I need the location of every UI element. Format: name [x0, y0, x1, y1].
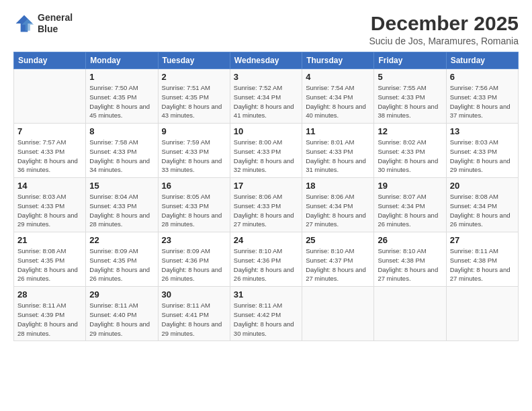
- day-info: Sunrise: 8:03 AM Sunset: 4:33 PM Dayligh…: [17, 192, 82, 229]
- calendar-cell: 14Sunrise: 8:03 AM Sunset: 4:33 PM Dayli…: [14, 178, 86, 232]
- col-thursday: Thursday: [302, 52, 374, 69]
- day-info: Sunrise: 7:57 AM Sunset: 4:33 PM Dayligh…: [17, 138, 82, 175]
- day-info: Sunrise: 8:09 AM Sunset: 4:36 PM Dayligh…: [162, 246, 226, 283]
- day-number: 2: [162, 72, 226, 82]
- day-info: Sunrise: 8:08 AM Sunset: 4:34 PM Dayligh…: [450, 192, 515, 229]
- calendar-title: December 2025: [369, 12, 519, 34]
- day-number: 29: [89, 289, 154, 300]
- calendar-cell: 17Sunrise: 8:06 AM Sunset: 4:33 PM Dayli…: [230, 178, 302, 232]
- day-number: 7: [17, 126, 82, 136]
- calendar-cell: 9Sunrise: 7:59 AM Sunset: 4:33 PM Daylig…: [158, 124, 230, 178]
- day-number: 11: [306, 126, 370, 136]
- day-number: 10: [234, 126, 298, 136]
- calendar-cell: 27Sunrise: 8:11 AM Sunset: 4:38 PM Dayli…: [446, 232, 518, 287]
- day-info: Sunrise: 8:11 AM Sunset: 4:39 PM Dayligh…: [17, 301, 82, 338]
- calendar-cell: 19Sunrise: 8:07 AM Sunset: 4:34 PM Dayli…: [374, 178, 446, 232]
- day-number: 27: [450, 235, 515, 245]
- calendar-cell: 4Sunrise: 7:54 AM Sunset: 4:34 PM Daylig…: [302, 69, 374, 124]
- calendar-cell: [14, 69, 86, 124]
- day-info: Sunrise: 8:09 AM Sunset: 4:35 PM Dayligh…: [89, 246, 154, 283]
- logo: General Blue: [13, 12, 73, 35]
- day-number: 1: [89, 72, 154, 82]
- day-info: Sunrise: 7:58 AM Sunset: 4:33 PM Dayligh…: [89, 138, 154, 175]
- col-wednesday: Wednesday: [230, 52, 302, 69]
- calendar-cell: [446, 287, 518, 341]
- calendar-header: Sunday Monday Tuesday Wednesday Thursday…: [14, 52, 519, 69]
- week-row: 1Sunrise: 7:50 AM Sunset: 4:35 PM Daylig…: [14, 69, 519, 124]
- day-number: 3: [234, 72, 298, 82]
- day-info: Sunrise: 8:11 AM Sunset: 4:41 PM Dayligh…: [162, 301, 226, 338]
- calendar-cell: 10Sunrise: 8:00 AM Sunset: 4:33 PM Dayli…: [230, 124, 302, 178]
- calendar-body: 1Sunrise: 7:50 AM Sunset: 4:35 PM Daylig…: [14, 69, 519, 341]
- day-info: Sunrise: 8:10 AM Sunset: 4:38 PM Dayligh…: [378, 246, 442, 283]
- day-info: Sunrise: 8:10 AM Sunset: 4:37 PM Dayligh…: [306, 246, 370, 283]
- day-number: 23: [162, 235, 226, 245]
- day-info: Sunrise: 8:08 AM Sunset: 4:35 PM Dayligh…: [17, 246, 82, 283]
- day-number: 12: [378, 126, 442, 136]
- day-info: Sunrise: 7:54 AM Sunset: 4:34 PM Dayligh…: [306, 83, 370, 120]
- calendar-cell: 16Sunrise: 8:05 AM Sunset: 4:33 PM Dayli…: [158, 178, 230, 232]
- header: General Blue December 2025 Suciu de Jos,…: [13, 12, 519, 46]
- day-info: Sunrise: 8:00 AM Sunset: 4:33 PM Dayligh…: [234, 138, 298, 175]
- day-number: 30: [162, 289, 226, 300]
- calendar-cell: 3Sunrise: 7:52 AM Sunset: 4:34 PM Daylig…: [230, 69, 302, 124]
- calendar-cell: 2Sunrise: 7:51 AM Sunset: 4:35 PM Daylig…: [158, 69, 230, 124]
- calendar-subtitle: Suciu de Jos, Maramures, Romania: [369, 36, 519, 46]
- calendar-cell: 25Sunrise: 8:10 AM Sunset: 4:37 PM Dayli…: [302, 232, 374, 287]
- day-info: Sunrise: 8:01 AM Sunset: 4:33 PM Dayligh…: [306, 138, 370, 175]
- day-number: 20: [450, 181, 515, 191]
- day-number: 26: [378, 235, 442, 245]
- week-row: 28Sunrise: 8:11 AM Sunset: 4:39 PM Dayli…: [14, 287, 519, 341]
- week-row: 7Sunrise: 7:57 AM Sunset: 4:33 PM Daylig…: [14, 124, 519, 178]
- calendar-cell: 8Sunrise: 7:58 AM Sunset: 4:33 PM Daylig…: [86, 124, 158, 178]
- day-info: Sunrise: 8:11 AM Sunset: 4:38 PM Dayligh…: [450, 246, 515, 283]
- calendar-cell: 26Sunrise: 8:10 AM Sunset: 4:38 PM Dayli…: [374, 232, 446, 287]
- day-info: Sunrise: 8:06 AM Sunset: 4:33 PM Dayligh…: [234, 192, 298, 229]
- day-number: 15: [89, 181, 154, 191]
- calendar-cell: 13Sunrise: 8:03 AM Sunset: 4:33 PM Dayli…: [446, 124, 518, 178]
- day-info: Sunrise: 7:59 AM Sunset: 4:33 PM Dayligh…: [162, 138, 226, 175]
- calendar-cell: 5Sunrise: 7:55 AM Sunset: 4:33 PM Daylig…: [374, 69, 446, 124]
- title-block: December 2025 Suciu de Jos, Maramures, R…: [369, 12, 519, 46]
- day-number: 4: [306, 72, 370, 82]
- day-number: 21: [17, 235, 82, 245]
- logo-icon: [13, 13, 35, 34]
- day-info: Sunrise: 8:03 AM Sunset: 4:33 PM Dayligh…: [450, 138, 515, 175]
- week-row: 14Sunrise: 8:03 AM Sunset: 4:33 PM Dayli…: [14, 178, 519, 232]
- logo-text: General Blue: [38, 12, 73, 35]
- calendar-cell: 20Sunrise: 8:08 AM Sunset: 4:34 PM Dayli…: [446, 178, 518, 232]
- calendar-cell: 30Sunrise: 8:11 AM Sunset: 4:41 PM Dayli…: [158, 287, 230, 341]
- calendar-table: Sunday Monday Tuesday Wednesday Thursday…: [13, 52, 519, 341]
- day-info: Sunrise: 8:02 AM Sunset: 4:33 PM Dayligh…: [378, 138, 442, 175]
- day-number: 24: [234, 235, 298, 245]
- calendar-cell: [374, 287, 446, 341]
- calendar-cell: 18Sunrise: 8:06 AM Sunset: 4:34 PM Dayli…: [302, 178, 374, 232]
- calendar-cell: 23Sunrise: 8:09 AM Sunset: 4:36 PM Dayli…: [158, 232, 230, 287]
- day-number: 8: [89, 126, 154, 136]
- col-sunday: Sunday: [14, 52, 86, 69]
- day-info: Sunrise: 8:07 AM Sunset: 4:34 PM Dayligh…: [378, 192, 442, 229]
- calendar-cell: 12Sunrise: 8:02 AM Sunset: 4:33 PM Dayli…: [374, 124, 446, 178]
- day-info: Sunrise: 8:06 AM Sunset: 4:34 PM Dayligh…: [306, 192, 370, 229]
- day-info: Sunrise: 8:10 AM Sunset: 4:36 PM Dayligh…: [234, 246, 298, 283]
- day-number: 17: [234, 181, 298, 191]
- day-number: 16: [162, 181, 226, 191]
- calendar-cell: 11Sunrise: 8:01 AM Sunset: 4:33 PM Dayli…: [302, 124, 374, 178]
- day-info: Sunrise: 7:56 AM Sunset: 4:33 PM Dayligh…: [450, 83, 515, 120]
- page: General Blue December 2025 Suciu de Jos,…: [0, 0, 532, 411]
- day-info: Sunrise: 8:05 AM Sunset: 4:33 PM Dayligh…: [162, 192, 226, 229]
- col-tuesday: Tuesday: [158, 52, 230, 69]
- calendar-cell: 15Sunrise: 8:04 AM Sunset: 4:33 PM Dayli…: [86, 178, 158, 232]
- day-number: 28: [17, 289, 82, 300]
- day-number: 22: [89, 235, 154, 245]
- calendar-cell: 7Sunrise: 7:57 AM Sunset: 4:33 PM Daylig…: [14, 124, 86, 178]
- calendar-cell: 28Sunrise: 8:11 AM Sunset: 4:39 PM Dayli…: [14, 287, 86, 341]
- day-info: Sunrise: 7:55 AM Sunset: 4:33 PM Dayligh…: [378, 83, 442, 120]
- day-number: 19: [378, 181, 442, 191]
- calendar-cell: 24Sunrise: 8:10 AM Sunset: 4:36 PM Dayli…: [230, 232, 302, 287]
- day-info: Sunrise: 8:11 AM Sunset: 4:42 PM Dayligh…: [234, 301, 298, 338]
- day-info: Sunrise: 8:04 AM Sunset: 4:33 PM Dayligh…: [89, 192, 154, 229]
- calendar-cell: 1Sunrise: 7:50 AM Sunset: 4:35 PM Daylig…: [86, 69, 158, 124]
- day-info: Sunrise: 8:11 AM Sunset: 4:40 PM Dayligh…: [89, 301, 154, 338]
- day-number: 9: [162, 126, 226, 136]
